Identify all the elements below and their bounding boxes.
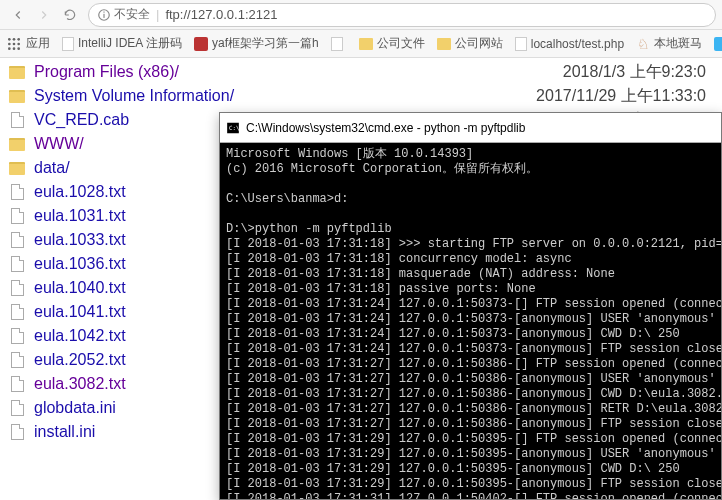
svg-point-3 xyxy=(8,38,11,41)
svg-rect-1 xyxy=(103,13,104,17)
url-text: ftp://127.0.0.1:2121 xyxy=(165,7,277,22)
svg-point-6 xyxy=(8,42,11,45)
svg-point-4 xyxy=(13,38,16,41)
file-date: 2018/1/3 上午9:23:0 xyxy=(494,62,714,83)
folder-icon xyxy=(8,159,26,177)
file-icon xyxy=(8,231,26,249)
table-row: Program Files (x86)/2018/1/3 上午9:23:0 xyxy=(8,60,714,84)
bookmark-banma[interactable]: ♘本地斑马 xyxy=(636,35,702,52)
horse-icon: ♘ xyxy=(636,37,650,51)
file-icon xyxy=(8,279,26,297)
forward-button[interactable] xyxy=(32,3,56,27)
svg-point-5 xyxy=(17,38,20,41)
apps-label: 应用 xyxy=(26,35,50,52)
apps-icon xyxy=(6,36,22,52)
file-icon xyxy=(8,183,26,201)
file-date: 2017/11/29 上午11:33:0 xyxy=(494,86,714,107)
amaze-icon xyxy=(714,37,722,51)
cmd-titlebar[interactable]: C:\ C:\Windows\system32\cmd.exe - python… xyxy=(220,113,721,143)
bookmark-folder-website[interactable]: 公司网站 xyxy=(437,35,503,52)
page-icon xyxy=(62,37,74,51)
browser-toolbar: 不安全 | ftp://127.0.0.1:2121 xyxy=(0,0,722,30)
bookmark-blank[interactable] xyxy=(331,37,347,51)
svg-text:C:\: C:\ xyxy=(229,125,240,131)
file-link[interactable]: Program Files (x86)/ xyxy=(34,63,374,81)
file-icon xyxy=(8,303,26,321)
folder-icon xyxy=(8,63,26,81)
bookmark-yaf[interactable]: yaf框架学习第一篇h xyxy=(194,35,319,52)
bookmark-localhost[interactable]: localhost/test.php xyxy=(515,37,624,51)
folder-icon xyxy=(8,87,26,105)
file-icon xyxy=(8,111,26,129)
svg-rect-2 xyxy=(103,11,104,12)
cmd-title-text: C:\Windows\system32\cmd.exe - python -m … xyxy=(246,121,525,135)
table-row: System Volume Information/2017/11/29 上午1… xyxy=(8,84,714,108)
file-icon xyxy=(8,375,26,393)
svg-point-7 xyxy=(13,42,16,45)
cmd-icon: C:\ xyxy=(226,121,240,135)
insecure-text: 不安全 xyxy=(114,6,150,23)
file-link[interactable]: System Volume Information/ xyxy=(34,87,374,105)
file-icon xyxy=(8,207,26,225)
reload-button[interactable] xyxy=(58,3,82,27)
file-icon xyxy=(8,423,26,441)
svg-point-8 xyxy=(17,42,20,45)
bookmark-folder-files[interactable]: 公司文件 xyxy=(359,35,425,52)
page-content: Program Files (x86)/2018/1/3 上午9:23:0Sys… xyxy=(0,58,722,500)
cmd-body[interactable]: Microsoft Windows [版本 10.0.14393] (c) 20… xyxy=(220,143,721,499)
file-icon xyxy=(8,351,26,369)
folder-icon xyxy=(359,38,373,50)
address-bar[interactable]: 不安全 | ftp://127.0.0.1:2121 xyxy=(88,3,716,27)
svg-point-10 xyxy=(13,47,16,50)
back-button[interactable] xyxy=(6,3,30,27)
file-icon xyxy=(8,399,26,417)
security-badge: 不安全 xyxy=(97,6,150,23)
divider: | xyxy=(156,7,159,22)
page-icon xyxy=(331,37,343,51)
bookmark-intellij[interactable]: IntelliJ IDEA 注册码 xyxy=(62,35,182,52)
svg-point-9 xyxy=(8,47,11,50)
folder-icon xyxy=(437,38,451,50)
svg-point-11 xyxy=(17,47,20,50)
bookmarks-bar: 应用 IntelliJ IDEA 注册码 yaf框架学习第一篇h 公司文件 公司… xyxy=(0,30,722,58)
favicon-icon xyxy=(194,37,208,51)
info-icon xyxy=(97,8,111,22)
file-icon xyxy=(8,327,26,345)
file-icon xyxy=(8,255,26,273)
page-icon xyxy=(515,37,527,51)
cmd-window[interactable]: C:\ C:\Windows\system32\cmd.exe - python… xyxy=(219,112,722,500)
apps-button[interactable]: 应用 xyxy=(6,35,50,52)
folder-icon xyxy=(8,135,26,153)
bookmark-amaze[interactable]: Amaze U xyxy=(714,37,722,51)
